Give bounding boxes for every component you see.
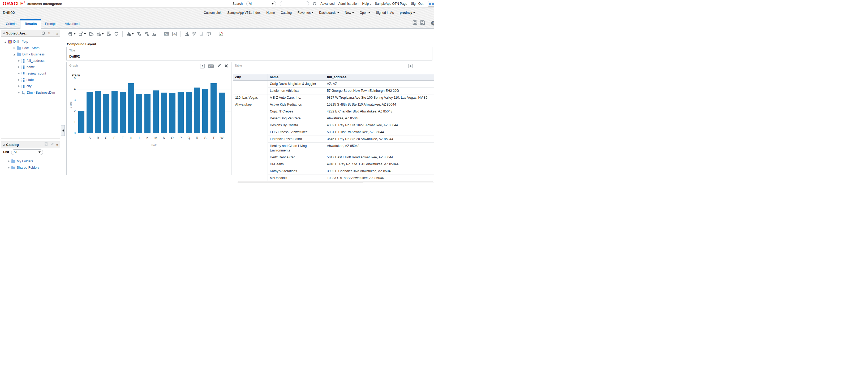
sign-out-link[interactable]: Sign Out [411, 2, 423, 6]
catalog-list-select[interactable]: All [11, 150, 43, 155]
refresh-button[interactable] [114, 31, 119, 37]
expand-node-icon[interactable] [8, 160, 9, 162]
new-selection-steps-button[interactable] [144, 31, 149, 37]
column-header-full_address[interactable]: full_address [324, 74, 434, 80]
sampleapp-otn-link[interactable]: SampleApp OTN Page [375, 2, 407, 6]
expand-node-icon[interactable] [18, 60, 20, 62]
bar-F[interactable] [120, 92, 126, 133]
collapse-panel-icon[interactable] [3, 144, 4, 145]
search-input[interactable] [280, 1, 309, 6]
help-menu[interactable]: Help [362, 2, 371, 6]
catalog-link[interactable]: Catalog [281, 11, 291, 14]
bar-K[interactable] [145, 94, 151, 133]
rename-view-button[interactable] [206, 31, 212, 37]
tree-item-review-count[interactable]: review_count [1, 70, 60, 77]
bar-T[interactable] [211, 83, 217, 133]
advanced-link[interactable]: Advanced [320, 2, 335, 6]
save-as-button[interactable] [420, 20, 425, 26]
save-button[interactable] [412, 20, 417, 26]
bar-P[interactable] [178, 92, 184, 133]
bar-M[interactable] [153, 91, 159, 133]
bar-blank[interactable] [78, 111, 85, 133]
help-icon[interactable]: ? [431, 21, 434, 26]
tab-criteria[interactable]: Criteria [2, 20, 20, 28]
favorites-menu[interactable]: Favorites [298, 11, 313, 14]
add-view-button[interactable] [184, 31, 189, 37]
expand-node-icon[interactable] [18, 79, 20, 81]
search-scope-select[interactable]: All [246, 1, 276, 6]
collapse-node-icon[interactable] [4, 41, 6, 43]
bar-N[interactable] [161, 93, 167, 133]
expand-panel-icon[interactable]: » [56, 143, 58, 147]
search-icon[interactable] [41, 31, 45, 35]
tab-prompts[interactable]: Prompts [41, 20, 61, 28]
export-button[interactable] [78, 31, 87, 37]
user-menu[interactable]: prodney [400, 11, 415, 14]
collapse-panel-icon[interactable] [3, 32, 4, 34]
new-view-button[interactable] [126, 31, 134, 37]
expand-node-icon[interactable] [18, 85, 20, 87]
expand-node-icon[interactable] [18, 72, 20, 74]
move-view-button[interactable] [191, 31, 197, 37]
tree-item-shared-folders[interactable]: Shared Folders [1, 164, 60, 171]
expand-node-icon[interactable] [8, 167, 9, 169]
bar-E[interactable] [112, 91, 118, 133]
column-header-name[interactable]: name [268, 74, 324, 80]
bar-C[interactable] [103, 94, 109, 133]
administration-link[interactable]: Administration [338, 2, 359, 6]
tree-item-full-address[interactable]: full_address [1, 58, 60, 64]
tree-item-dim-businessdim[interactable]: Dim - BusinessDim [1, 89, 60, 96]
search-icon[interactable] [313, 2, 317, 6]
bar-Q[interactable] [186, 92, 192, 133]
expand-panel-icon[interactable]: » [56, 31, 58, 35]
expand-node-icon[interactable] [13, 47, 15, 49]
expand-node-icon[interactable] [18, 66, 20, 68]
new-calculated-item-button[interactable] [151, 31, 157, 37]
custom-link[interactable]: Custom Link [204, 11, 222, 14]
folder-icon [17, 53, 21, 56]
schedule-button[interactable] [88, 31, 94, 37]
new-filter-button[interactable] [136, 31, 142, 37]
scrollbar-thumb[interactable] [238, 182, 363, 182]
cell-name: McDonald's [268, 175, 324, 181]
format-container-button[interactable]: A [408, 64, 413, 68]
bar-O[interactable] [169, 93, 176, 133]
tree-item-name[interactable]: name [1, 64, 60, 70]
bar-A[interactable] [87, 92, 93, 133]
analysis-properties-button[interactable] [106, 31, 112, 37]
tab-advanced[interactable]: Advanced [61, 20, 83, 28]
tab-results[interactable]: Results [20, 20, 41, 29]
expand-node-icon[interactable] [18, 92, 20, 94]
sampleapp-index-link[interactable]: SampleApp V511 Index [227, 11, 260, 14]
open-menu[interactable]: Open [360, 11, 370, 14]
tree-item-city[interactable]: city [1, 83, 60, 89]
folder-icon [11, 160, 15, 163]
home-link[interactable]: Home [266, 11, 275, 14]
tree-item-fact-stars[interactable]: Fact - Stars [1, 45, 60, 51]
bar-I[interactable] [136, 94, 142, 133]
bar-R[interactable] [194, 88, 200, 133]
dashboards-menu[interactable]: Dashboards [319, 11, 339, 14]
apps-button[interactable] [428, 1, 434, 7]
bar-B[interactable] [95, 91, 101, 133]
show-xml-button[interactable]: xyz [163, 32, 170, 36]
bar-S[interactable] [202, 89, 208, 133]
chevron-down-icon[interactable] [52, 33, 54, 34]
column-header-city[interactable]: city [233, 74, 268, 80]
collapse-sidebar-handle[interactable] [61, 125, 65, 136]
tree-item-state[interactable]: state [1, 77, 60, 83]
print-button[interactable] [67, 31, 76, 37]
selection-steps-pane-button[interactable] [218, 31, 224, 37]
bar-W[interactable] [219, 93, 225, 133]
collapse-node-icon[interactable] [13, 54, 15, 56]
tree-item-dim-business[interactable]: Dim - Business [1, 51, 60, 58]
dashboard-preview-button[interactable] [96, 31, 104, 37]
horizontal-scrollbar[interactable] [238, 181, 433, 182]
bar-H[interactable] [128, 83, 134, 133]
import-formatting-button[interactable]: A [172, 31, 177, 37]
tree-item-my-folders[interactable]: My Folders [1, 158, 60, 164]
tree-item-drill-yelp[interactable]: Drill - Yelp [1, 38, 60, 45]
new-menu[interactable]: New [345, 11, 354, 14]
x-tick-label: E [111, 136, 119, 140]
sort-icon[interactable]: ↑↓ [48, 31, 50, 35]
